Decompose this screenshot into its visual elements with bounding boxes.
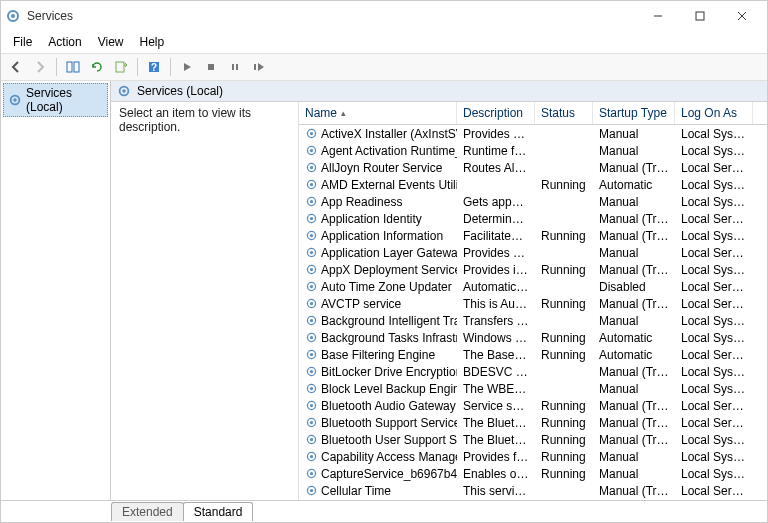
table-row[interactable]: Application Layer Gateway ...Provides su…: [299, 244, 767, 261]
forward-button[interactable]: [29, 56, 51, 78]
cell-description: Provides fac...: [457, 450, 535, 464]
gear-icon: [305, 246, 318, 259]
menu-help[interactable]: Help: [132, 33, 173, 51]
cell-name: CaptureService_b6967b4: [299, 467, 457, 481]
refresh-button[interactable]: [86, 56, 108, 78]
show-hide-tree-button[interactable]: [62, 56, 84, 78]
cell-startup: Manual: [593, 144, 675, 158]
start-service-button[interactable]: [176, 56, 198, 78]
cell-startup: Automatic: [593, 178, 675, 192]
pause-service-button[interactable]: [224, 56, 246, 78]
gear-icon: [305, 144, 318, 157]
table-row[interactable]: Capability Access Manager ...Provides fa…: [299, 448, 767, 465]
svg-rect-7: [74, 62, 79, 72]
gear-icon: [305, 161, 318, 174]
svg-rect-3: [696, 12, 704, 20]
table-row[interactable]: CaptureService_b6967b4Enables opti...Run…: [299, 465, 767, 482]
back-button[interactable]: [5, 56, 27, 78]
table-row[interactable]: Bluetooth Support ServiceThe Bluetoo...R…: [299, 414, 767, 431]
cell-name: Bluetooth Audio Gateway S...: [299, 399, 457, 413]
cell-logon: Local Service: [675, 348, 753, 362]
cell-logon: Local Syste...: [675, 365, 753, 379]
cell-startup: Manual (Trig...: [593, 416, 675, 430]
tab-standard[interactable]: Standard: [183, 502, 254, 521]
svg-point-50: [310, 387, 313, 390]
gear-icon: [305, 212, 318, 225]
gear-icon: [305, 416, 318, 429]
table-row[interactable]: Bluetooth Audio Gateway S...Service sup.…: [299, 397, 767, 414]
gear-icon: [8, 93, 22, 107]
table-row[interactable]: Background Tasks Infrastruc...Windows in…: [299, 329, 767, 346]
cell-status: Running: [535, 229, 593, 243]
table-row[interactable]: Bluetooth User Support Ser...The Bluetoo…: [299, 431, 767, 448]
close-button[interactable]: [721, 2, 763, 30]
list-header: Name▴ Description Status Startup Type Lo…: [299, 102, 767, 125]
tree-root-services-local[interactable]: Services (Local): [3, 83, 108, 117]
cell-logon: Local Service: [675, 297, 753, 311]
maximize-button[interactable]: [679, 2, 721, 30]
cell-startup: Manual: [593, 382, 675, 396]
main-area: Services (Local) Services (Local) Select…: [1, 81, 767, 500]
menu-file[interactable]: File: [5, 33, 40, 51]
tab-extended[interactable]: Extended: [111, 502, 184, 521]
table-row[interactable]: Base Filtering EngineThe Base Fil...Runn…: [299, 346, 767, 363]
cell-logon: Local Service: [675, 399, 753, 413]
table-row[interactable]: Cellular TimeThis service ...Manual (Tri…: [299, 482, 767, 499]
minimize-button[interactable]: [637, 2, 679, 30]
cell-status: Running: [535, 467, 593, 481]
cell-startup: Manual (Trig...: [593, 365, 675, 379]
export-button[interactable]: [110, 56, 132, 78]
cell-description: Runtime for...: [457, 144, 535, 158]
description-prompt: Select an item to view its description.: [119, 106, 251, 134]
svg-rect-8: [116, 62, 124, 72]
restart-service-button[interactable]: [248, 56, 270, 78]
col-header-startup[interactable]: Startup Type: [593, 102, 675, 124]
toolbar-separator: [170, 58, 171, 76]
table-row[interactable]: Block Level Backup Engine ...The WBENG..…: [299, 380, 767, 397]
menu-action[interactable]: Action: [40, 33, 89, 51]
cell-startup: Manual: [593, 127, 675, 141]
cell-logon: Local Service: [675, 212, 753, 226]
table-row[interactable]: AppX Deployment Service (...Provides inf…: [299, 261, 767, 278]
col-header-name[interactable]: Name▴: [299, 102, 457, 124]
stop-service-button[interactable]: [200, 56, 222, 78]
toolbar-separator: [56, 58, 57, 76]
table-row[interactable]: AVCTP serviceThis is Audi...RunningManua…: [299, 295, 767, 312]
cell-description: Provides su...: [457, 246, 535, 260]
cell-name: Application Layer Gateway ...: [299, 246, 457, 260]
table-row[interactable]: App ReadinessGets apps re...ManualLocal …: [299, 193, 767, 210]
col-header-status[interactable]: Status: [535, 102, 593, 124]
svg-point-16: [13, 98, 17, 102]
cell-description: Transfers fil...: [457, 314, 535, 328]
gear-icon: [305, 280, 318, 293]
table-row[interactable]: ActiveX Installer (AxInstSV)Provides Us.…: [299, 125, 767, 142]
table-row[interactable]: AMD External Events UtilityRunningAutoma…: [299, 176, 767, 193]
cell-name: App Readiness: [299, 195, 457, 209]
cell-startup: Manual (Trig...: [593, 399, 675, 413]
table-row[interactable]: AllJoyn Router ServiceRoutes AllJo...Man…: [299, 159, 767, 176]
cell-name: Agent Activation Runtime_...: [299, 144, 457, 158]
cell-logon: Local Service: [675, 484, 753, 498]
svg-point-28: [310, 200, 313, 203]
cell-description: Provides Us...: [457, 127, 535, 141]
cell-status: Running: [535, 331, 593, 345]
table-row[interactable]: Agent Activation Runtime_...Runtime for.…: [299, 142, 767, 159]
toolbar-separator: [137, 58, 138, 76]
cell-logon: Local Syste...: [675, 433, 753, 447]
table-row[interactable]: BitLocker Drive Encryption ...BDESVC hos…: [299, 363, 767, 380]
table-row[interactable]: Application IdentityDetermines ...Manual…: [299, 210, 767, 227]
col-header-description[interactable]: Description: [457, 102, 535, 124]
svg-text:?: ?: [151, 62, 157, 73]
cell-startup: Manual (Trig...: [593, 212, 675, 226]
list-body[interactable]: ActiveX Installer (AxInstSV)Provides Us.…: [299, 125, 767, 500]
cell-logon: Local Syste...: [675, 331, 753, 345]
svg-point-42: [310, 319, 313, 322]
table-row[interactable]: Auto Time Zone UpdaterAutomatica...Disab…: [299, 278, 767, 295]
help-button[interactable]: ?: [143, 56, 165, 78]
table-row[interactable]: Application InformationFacilitates t...R…: [299, 227, 767, 244]
cell-description: Routes AllJo...: [457, 161, 535, 175]
col-header-logon[interactable]: Log On As: [675, 102, 753, 124]
cell-description: Windows in...: [457, 331, 535, 345]
table-row[interactable]: Background Intelligent Tran...Transfers …: [299, 312, 767, 329]
menu-view[interactable]: View: [90, 33, 132, 51]
